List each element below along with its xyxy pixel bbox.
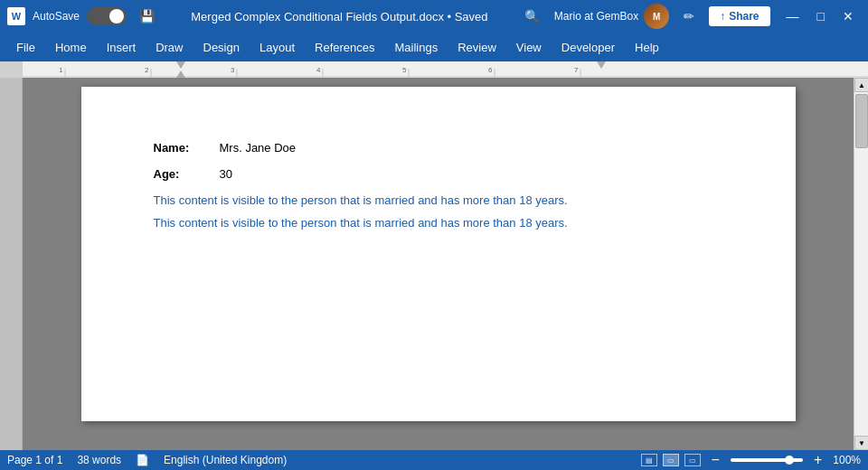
scroll-thumb[interactable] — [855, 94, 868, 148]
search-button[interactable]: 🔍 — [519, 5, 545, 27]
zoom-thumb[interactable] — [785, 456, 794, 465]
user-label: Mario at GemBox — [554, 10, 638, 23]
view-icons: ▤ ▭ ▭ — [641, 454, 701, 466]
minimize-button[interactable]: — — [779, 5, 807, 27]
page-info: Page 1 of 1 — [7, 454, 62, 466]
svg-text:1: 1 — [59, 66, 63, 74]
autosave-toggle[interactable]: Off — [87, 7, 127, 25]
autosave-label: AutoSave — [33, 10, 80, 23]
name-value: Mrs. Jane Doe — [220, 141, 297, 155]
menu-bar: File Home Insert Draw Design Layout Refe… — [0, 33, 868, 61]
age-value: 30 — [220, 167, 232, 181]
svg-marker-15 — [176, 61, 185, 69]
scroll-up-button[interactable]: ▲ — [854, 78, 868, 92]
scroll-track[interactable] — [854, 92, 868, 436]
zoom-slider[interactable] — [731, 458, 803, 462]
menu-insert[interactable]: Insert — [98, 37, 146, 58]
status-bar: Page 1 of 1 38 words 📄 English (United K… — [0, 450, 868, 470]
office-icon: W — [7, 7, 25, 25]
document-page: Name: Mrs. Jane Doe Age: 30 This content… — [81, 87, 796, 421]
svg-text:4: 4 — [316, 66, 321, 74]
menu-home[interactable]: Home — [46, 37, 96, 58]
svg-text:5: 5 — [402, 66, 407, 74]
menu-view[interactable]: View — [507, 37, 551, 58]
user-info: Mario at GemBox M — [554, 4, 669, 29]
title-bar-left: W AutoSave Off 💾 — [7, 5, 160, 27]
svg-text:6: 6 — [488, 66, 493, 74]
status-right: ▤ ▭ ▭ − + 100% — [641, 452, 861, 468]
menu-references[interactable]: References — [306, 37, 383, 58]
document-area[interactable]: Name: Mrs. Jane Doe Age: 30 This content… — [23, 78, 854, 450]
svg-text:7: 7 — [574, 66, 579, 74]
ruler-body: 1 2 3 4 5 6 7 — [23, 61, 868, 78]
svg-marker-17 — [597, 61, 606, 69]
menu-design[interactable]: Design — [194, 37, 249, 58]
menu-mailings[interactable]: Mailings — [386, 37, 448, 58]
title-bar-right: 🔍 Mario at GemBox M ✏ ↑ Share — □ ✕ — [519, 4, 861, 29]
window-controls: — □ ✕ — [779, 5, 861, 27]
document-title: Merged Complex Conditional Fields Output… — [167, 10, 512, 24]
close-button[interactable]: ✕ — [835, 5, 861, 27]
language-label: English (United Kingdom) — [164, 454, 287, 466]
blue-line-1: This content is visible to the person th… — [154, 193, 723, 207]
blue-line-2: This content is visible to the person th… — [154, 216, 723, 230]
proofing-icon: 📄 — [136, 454, 149, 466]
menu-file[interactable]: File — [7, 37, 44, 58]
svg-text:2: 2 — [145, 66, 149, 74]
share-icon: ↑ — [720, 10, 725, 23]
menu-draw[interactable]: Draw — [146, 37, 192, 58]
view-read-icon[interactable]: ▭ — [684, 454, 701, 466]
menu-review[interactable]: Review — [448, 37, 505, 58]
autosave-knob — [109, 9, 124, 24]
share-label: Share — [729, 10, 759, 23]
pen-icon-button[interactable]: ✏ — [678, 5, 700, 27]
name-row: Name: Mrs. Jane Doe — [154, 141, 723, 155]
main-area: Name: Mrs. Jane Doe Age: 30 This content… — [0, 78, 868, 450]
ruler-left-margin — [0, 61, 23, 78]
svg-text:3: 3 — [231, 66, 235, 74]
left-sidebar — [0, 78, 23, 450]
avatar: M — [644, 4, 669, 29]
name-label: Name: — [154, 141, 212, 155]
svg-marker-16 — [176, 70, 185, 78]
menu-layout[interactable]: Layout — [250, 37, 304, 58]
ruler: 1 2 3 4 5 6 7 — [0, 61, 868, 78]
menu-developer[interactable]: Developer — [552, 37, 624, 58]
share-button[interactable]: ↑ Share — [709, 6, 769, 26]
view-web-icon[interactable]: ▭ — [663, 454, 679, 466]
view-print-icon[interactable]: ▤ — [641, 454, 657, 466]
right-scrollbar: ▲ ▼ — [854, 78, 868, 450]
save-button[interactable]: 💾 — [134, 5, 160, 27]
age-row: Age: 30 — [154, 167, 723, 181]
zoom-plus-button[interactable]: + — [810, 452, 826, 468]
zoom-minus-button[interactable]: − — [708, 452, 723, 468]
age-label: Age: — [154, 167, 212, 181]
maximize-button[interactable]: □ — [810, 5, 832, 27]
page-content: Name: Mrs. Jane Doe Age: 30 This content… — [154, 141, 723, 230]
word-count: 38 words — [77, 454, 121, 466]
title-bar: W AutoSave Off 💾 Merged Complex Conditio… — [0, 0, 868, 33]
office-icon-label: W — [12, 11, 21, 22]
menu-help[interactable]: Help — [626, 37, 668, 58]
zoom-level: 100% — [833, 454, 861, 466]
scroll-down-button[interactable]: ▼ — [854, 436, 868, 450]
